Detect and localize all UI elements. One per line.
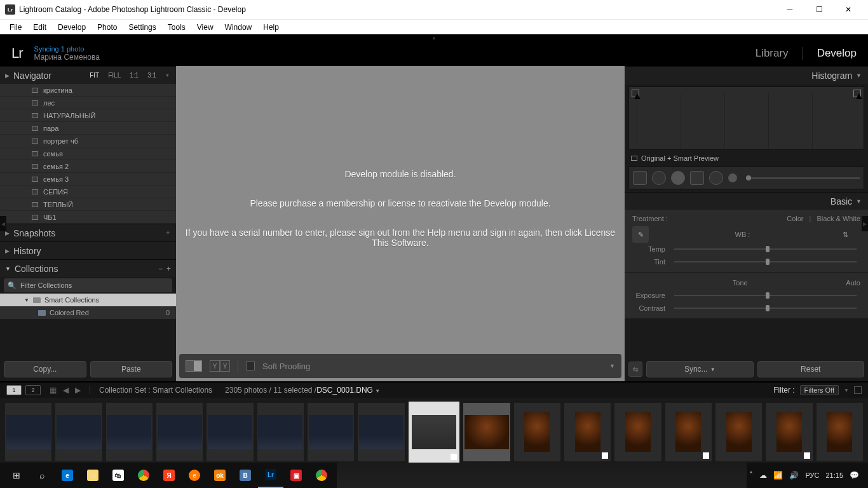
monitor-1[interactable]: 1 <box>6 385 22 395</box>
thumbnail[interactable] <box>614 403 661 461</box>
menu-edit[interactable]: Edit <box>27 20 52 34</box>
filter-dropdown-icon[interactable]: ▼ <box>844 388 849 393</box>
close-button[interactable]: ✕ <box>834 0 863 19</box>
thumbnail[interactable] <box>5 403 51 461</box>
add-snapshot-icon[interactable]: + <box>166 229 170 236</box>
soft-proof-checkbox[interactable] <box>246 362 255 370</box>
collection-colored-red[interactable]: Colored Red 0 <box>0 306 176 319</box>
taskbar-cc[interactable]: ▣ <box>283 463 309 488</box>
monitor-2[interactable]: 2 <box>25 385 41 395</box>
before-after-toggle[interactable]: YY <box>210 360 230 372</box>
thumbnail[interactable] <box>463 403 510 461</box>
loupe-view-toggle[interactable] <box>186 360 202 372</box>
nav-fwd-icon[interactable]: ▶ <box>75 386 81 395</box>
menu-window[interactable]: Window <box>219 20 258 34</box>
plus-icon[interactable]: + <box>166 264 171 273</box>
start-button[interactable]: ⊞ <box>4 463 29 488</box>
keyboard-lang[interactable]: РУС <box>805 471 819 479</box>
grid-icon[interactable]: ▦ <box>50 386 57 395</box>
brush-tool[interactable] <box>728 173 737 182</box>
treatment-color[interactable]: Color <box>787 215 803 222</box>
thumbnail-selected[interactable] <box>409 402 460 463</box>
folder-row[interactable]: НАТУРАЛЬНЫЙ <box>0 109 176 122</box>
taskbar-yandex[interactable]: Я <box>156 463 182 488</box>
top-panel-grip[interactable]: ▲ <box>0 34 868 41</box>
treatment-bw[interactable]: Black & White <box>817 215 860 222</box>
menu-develop[interactable]: Develop <box>52 20 92 34</box>
folder-row[interactable]: пара <box>0 122 176 135</box>
thumbnail[interactable] <box>665 403 712 461</box>
thumbnail[interactable] <box>257 403 304 461</box>
taskbar-chrome[interactable] <box>131 463 156 488</box>
minus-icon[interactable]: − <box>158 264 163 273</box>
filmstrip[interactable] <box>0 398 868 464</box>
clock[interactable]: 21:15 <box>825 471 843 479</box>
thumbnail[interactable] <box>564 403 611 461</box>
left-panel-grip[interactable]: ◀ <box>0 216 6 231</box>
menu-file[interactable]: File <box>4 20 27 34</box>
folder-row[interactable]: СЕПИЯ <box>0 186 176 198</box>
folder-row[interactable]: семья 3 <box>0 173 176 186</box>
taskbar-ok[interactable]: ok <box>207 463 233 488</box>
folder-row[interactable]: ЧБ1 <box>0 211 176 224</box>
mask-slider[interactable] <box>746 177 860 179</box>
temp-slider[interactable] <box>674 248 857 250</box>
thumbnail[interactable] <box>308 403 354 461</box>
module-library[interactable]: Library <box>756 47 789 60</box>
folder-row[interactable]: семья <box>0 147 176 160</box>
filter-lock-icon[interactable] <box>854 386 862 394</box>
navigator-header[interactable]: ▶ Navigator FIT FILL 1:1 3:1 ▼ <box>0 66 176 84</box>
taskbar-store[interactable]: 🛍 <box>105 463 131 488</box>
right-panel-grip[interactable]: ▶ <box>862 216 868 231</box>
thumbnail[interactable] <box>207 403 253 461</box>
thumbnail[interactable] <box>766 403 812 461</box>
taskbar-app[interactable]: e <box>182 463 207 488</box>
system-tray[interactable]: ˄ ☁ 📶 🔊 РУС 21:15 💬 <box>749 471 864 480</box>
thumbnail[interactable] <box>106 403 153 461</box>
thumbnail[interactable] <box>55 403 102 461</box>
histogram-header[interactable]: Histogram ▼ <box>625 66 868 84</box>
collection-smart-collections[interactable]: ▼ Smart Collections <box>0 294 176 306</box>
menu-photo[interactable]: Photo <box>92 20 123 34</box>
source-path[interactable]: Collection Set : Smart Collections 2305 … <box>99 386 380 395</box>
taskbar-explorer[interactable]: ▭ <box>80 463 105 488</box>
wb-dropdown[interactable]: ⇅ <box>830 231 860 239</box>
folder-row[interactable]: семья 2 <box>0 160 176 173</box>
radial-tool[interactable] <box>709 171 723 185</box>
auto-tone-button[interactable]: Auto <box>846 279 860 287</box>
secondary-monitor[interactable]: 1 2 <box>6 385 41 395</box>
sync-status[interactable]: Syncing 1 photo <box>34 45 100 53</box>
history-header[interactable]: ▶ History <box>0 241 176 259</box>
filter-collections-input[interactable]: 🔍 Filter Collections <box>4 278 172 292</box>
taskbar-lightroom[interactable]: Lr <box>258 463 283 488</box>
toolbar-dropdown-icon[interactable]: ▼ <box>609 363 615 369</box>
sync-button[interactable]: Sync...▼ <box>646 361 754 377</box>
thumbnail[interactable] <box>817 403 863 461</box>
maximize-button[interactable]: ☐ <box>804 0 834 19</box>
menu-help[interactable]: Help <box>257 20 285 34</box>
cloud-icon[interactable]: ☁ <box>759 471 767 480</box>
menu-settings[interactable]: Settings <box>123 20 161 34</box>
navigator-zoom[interactable]: FIT FILL 1:1 3:1 ▼ <box>86 72 170 79</box>
taskbar-edge[interactable]: e <box>55 463 80 488</box>
minimize-button[interactable]: ─ <box>775 0 804 19</box>
thumbnail[interactable] <box>715 403 762 461</box>
contrast-slider[interactable] <box>674 308 857 309</box>
exposure-slider[interactable] <box>674 295 857 296</box>
collections-header[interactable]: ▼ Collections −+ <box>0 259 176 277</box>
thumbnail[interactable] <box>358 403 404 461</box>
histogram-display[interactable]: ▲ ▲ <box>628 86 864 150</box>
crop-tool[interactable] <box>633 171 647 185</box>
taskbar-chrome2[interactable] <box>309 463 334 488</box>
module-develop[interactable]: Develop <box>817 47 857 60</box>
wb-eyedropper-icon[interactable]: ✎ <box>632 226 649 243</box>
paste-button[interactable]: Paste <box>90 361 173 377</box>
spot-tool[interactable] <box>652 171 666 185</box>
reset-button[interactable]: Reset <box>757 361 865 377</box>
taskbar-vk[interactable]: B <box>233 463 258 488</box>
thumbnail[interactable] <box>514 403 560 461</box>
tint-slider[interactable] <box>674 261 857 262</box>
switch-button[interactable]: ⇆ <box>628 362 642 377</box>
copy-button[interactable]: Copy... <box>4 361 86 377</box>
basic-header[interactable]: Basic ▼ <box>625 192 868 210</box>
